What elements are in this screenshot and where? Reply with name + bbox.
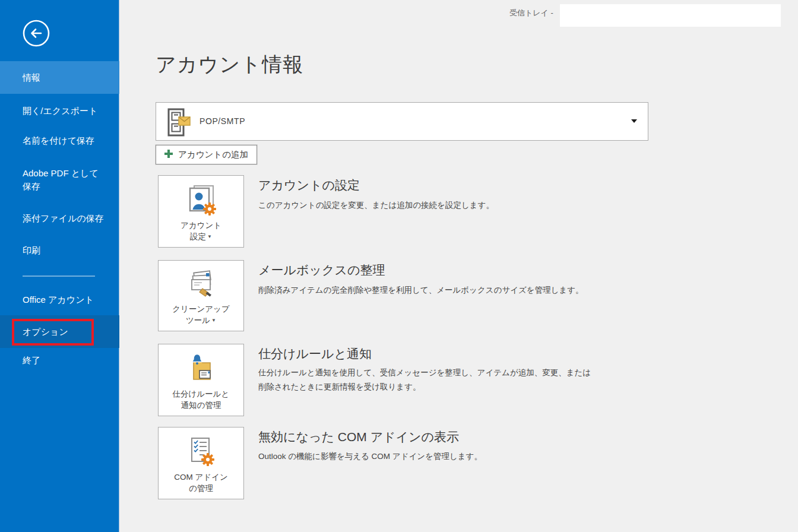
sidebar-item-save-attachments[interactable]: 添付ファイルの保存 (0, 212, 119, 225)
account-settings-icon (184, 182, 218, 220)
back-button[interactable] (21, 18, 51, 48)
dropdown-caret-icon (631, 119, 637, 123)
back-arrow-icon (21, 40, 51, 50)
sidebar-item-options[interactable]: オプション (0, 315, 119, 348)
com-addins-icon (184, 433, 218, 471)
section-heading-rules-alerts: 仕分けルールと通知 (258, 346, 372, 362)
mail-account-cabinet-icon (164, 107, 191, 140)
section-heading-account-settings: アカウントの設定 (258, 177, 360, 194)
sidebar-item-office-account[interactable]: Office アカウント (0, 293, 119, 306)
sidebar-item-exit[interactable]: 終了 (0, 354, 119, 367)
cleanup-tools-button[interactable]: クリーンアップツール▼ (158, 260, 244, 331)
add-account-label: アカウントの追加 (178, 149, 248, 160)
account-settings-button-label: アカウント設定 (180, 221, 221, 241)
account-settings-button[interactable]: アカウント設定▼ (158, 175, 244, 248)
dropdown-caret-icon: ▼ (207, 231, 212, 242)
section-desc-com-addins: Outlook の機能に影響を与える COM アドインを管理します。 (258, 449, 482, 464)
dropdown-caret-icon: ▼ (211, 315, 216, 326)
current-folder-label: 受信トレイ - (509, 8, 553, 18)
manage-com-addins-button-label: COM アドインの管理 (174, 473, 228, 493)
account-type-value: POP/SMTP (200, 116, 245, 126)
plus-icon (164, 150, 173, 160)
account-info-panel: 受信トレイ - アカウント情報 POP/SMTP (119, 0, 798, 532)
outlook-backstage-view: 情報 開く/エクスポート 名前を付けて保存 Adobe PDF として保存 添付… (0, 0, 798, 532)
account-select-dropdown[interactable]: POP/SMTP (156, 102, 648, 141)
section-heading-mailbox-cleanup: メールボックスの整理 (258, 262, 385, 278)
sidebar-divider (23, 276, 95, 277)
manage-rules-alerts-button-label: 仕分けルールと通知の管理 (173, 390, 230, 410)
page-title: アカウント情報 (156, 51, 303, 78)
backstage-sidebar: 情報 開く/エクスポート 名前を付けて保存 Adobe PDF として保存 添付… (0, 0, 119, 532)
manage-rules-alerts-button[interactable]: 仕分けルールと通知の管理 (158, 344, 244, 416)
rules-alerts-icon (184, 350, 218, 388)
section-desc-account-settings: このアカウントの設定を変更、または追加の接続を設定します。 (258, 198, 494, 213)
cleanup-tools-icon (184, 267, 218, 303)
cleanup-tools-button-label: クリーンアップツール (172, 305, 229, 325)
section-desc-rules-alerts: 仕分けルールと通知を使用して、受信メッセージを整理し、アイテムが追加、変更、また… (258, 366, 594, 394)
section-desc-mailbox-cleanup: 削除済みアイテムの完全削除や整理を利用して、メールボックスのサイズを管理します。 (258, 283, 584, 297)
redacted-account-name (560, 4, 781, 27)
sidebar-item-print[interactable]: 印刷 (0, 244, 119, 257)
manage-com-addins-button[interactable]: COM アドインの管理 (158, 427, 244, 499)
add-account-button[interactable]: アカウントの追加 (156, 145, 257, 164)
sidebar-item-info[interactable]: 情報 (0, 61, 119, 94)
sidebar-item-open-export[interactable]: 開く/エクスポート (0, 104, 119, 118)
sidebar-item-save-as-adobe-pdf[interactable]: Adobe PDF として保存 (0, 167, 119, 193)
sidebar-item-save-as[interactable]: 名前を付けて保存 (0, 134, 119, 147)
section-heading-com-addins: 無効になった COM アドインの表示 (258, 429, 459, 445)
